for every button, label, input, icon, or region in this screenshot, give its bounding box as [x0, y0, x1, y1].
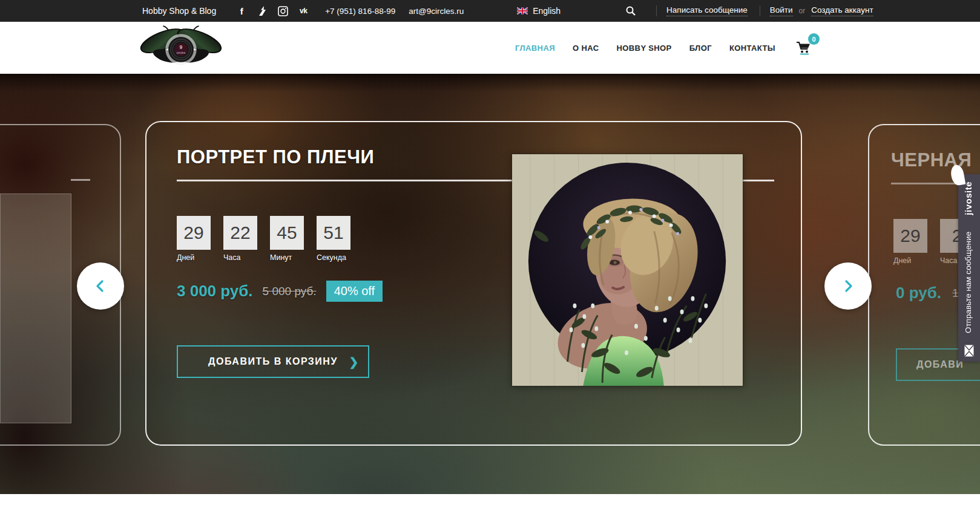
countdown-days: 29 Дней	[177, 216, 211, 262]
price-row: 3 000 руб. 5 000 руб. 40% off	[177, 281, 383, 302]
countdown-timer: 29 Дней 22 Часа 45 Минут 51 Секунда	[177, 216, 350, 262]
deviantart-icon[interactable]	[256, 5, 268, 17]
discount-badge: 40% off	[326, 281, 383, 302]
register-link[interactable]: Создать аккаунт	[811, 5, 873, 16]
previous-slide-image-placeholder	[0, 194, 71, 423]
nav-hobby-shop[interactable]: HOBBY SHOP	[617, 44, 672, 53]
cart-button[interactable]: 0	[795, 41, 811, 55]
slider-prev-button[interactable]	[77, 262, 124, 310]
active-slide-card: ПОРТРЕТ ПО ПЛЕЧИ 29 Дней 22 Часа 45 Мину…	[145, 121, 802, 446]
hero-slider: ПОРТРЕТ ПО ПЛЕЧИ 29 Дней 22 Часа 45 Мину…	[0, 74, 980, 494]
countdown-hours: 22 Часа	[223, 216, 257, 262]
chevron-right-icon: ❯	[349, 355, 360, 369]
product-image[interactable]	[511, 154, 743, 386]
jivosite-logo-text: jivosite	[963, 181, 973, 215]
email-link[interactable]: art@9circles.ru	[409, 7, 464, 16]
slider-next-button[interactable]	[824, 262, 872, 310]
countdown-days: 29 Дней	[893, 219, 927, 265]
facebook-icon[interactable]: f	[235, 5, 248, 17]
logo-number: 9	[180, 44, 183, 50]
topbar-divider	[760, 5, 760, 16]
chat-message-label: Отправьте нам сообщение	[964, 232, 973, 333]
chat-widget-tab[interactable]: jivosite Отправьте нам сообщение	[958, 174, 980, 362]
site-logo[interactable]: 9 circles	[137, 24, 225, 72]
topbar: Hobby Shop & Blog f vk +7 (951) 816-88-9…	[0, 0, 980, 22]
chevron-right-icon	[840, 278, 856, 294]
countdown-minutes: 45 Минут	[270, 216, 304, 262]
instagram-icon[interactable]	[277, 5, 289, 17]
nav-contacts[interactable]: КОНТАКТЫ	[729, 44, 775, 53]
or-label: or	[799, 7, 806, 15]
chevron-left-icon	[93, 278, 108, 294]
nav-home[interactable]: ГЛАВНАЯ	[515, 44, 555, 53]
previous-slide-divider	[71, 179, 90, 181]
topbar-divider	[656, 5, 657, 16]
next-slide-price-row: 0 руб. 16	[896, 284, 965, 302]
uk-flag-icon	[517, 7, 528, 15]
add-to-cart-button[interactable]: ДОБАВИТЬ В КОРЗИНУ ❯	[177, 345, 369, 378]
envelope-icon	[964, 345, 974, 357]
nav-blog[interactable]: БЛОГ	[689, 44, 712, 53]
phone-number[interactable]: +7 (951) 816-88-99	[325, 7, 395, 16]
cart-icon	[795, 41, 811, 55]
language-selector[interactable]: English	[517, 6, 561, 16]
cart-count-badge: 0	[808, 33, 820, 45]
search-icon[interactable]	[626, 6, 636, 16]
countdown-seconds: 51 Секунда	[317, 216, 350, 262]
main-navigation: ГЛАВНАЯ О НАС HOBBY SHOP БЛОГ КОНТАКТЫ 0	[515, 22, 811, 74]
write-message-link[interactable]: Написать сообщение	[666, 5, 748, 16]
login-link[interactable]: Войти	[770, 5, 793, 16]
current-price: 3 000 руб.	[177, 282, 253, 301]
slide-title: ПОРТРЕТ ПО ПЛЕЧИ	[177, 146, 374, 168]
site-tagline: Hobby Shop & Blog	[142, 6, 216, 16]
nav-about[interactable]: О НАС	[573, 44, 599, 53]
social-links: f vk	[235, 5, 309, 17]
vk-icon[interactable]: vk	[297, 5, 309, 17]
next-slide-price: 0 руб.	[896, 284, 941, 302]
main-header: 9 circles ГЛАВНАЯ О НАС HOBBY SHOP БЛОГ …	[0, 22, 980, 74]
old-price: 5 000 руб.	[263, 285, 317, 298]
logo-word: circles	[177, 51, 186, 54]
language-label: English	[533, 6, 561, 16]
